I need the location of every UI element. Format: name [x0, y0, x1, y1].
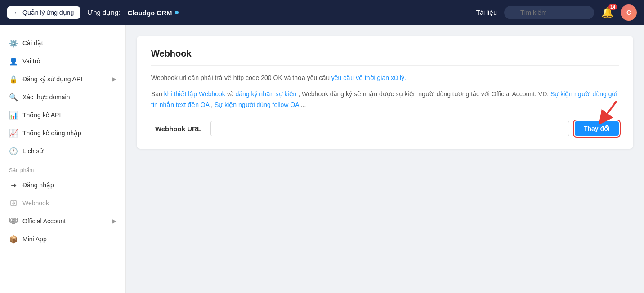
sidebar-item-xac-thuc-domain[interactable]: 🔍 Xác thực domain	[0, 88, 125, 106]
svg-rect-2	[11, 219, 13, 222]
app-title: Ứng dụng: Cloudgo CRM	[87, 9, 469, 17]
app-prefix: Ứng dụng:	[87, 9, 120, 17]
desc2-mid3: ,	[211, 101, 215, 108]
sidebar-label-dang-nhap: Đăng nhập	[22, 182, 54, 189]
webhook-url-input[interactable]	[210, 121, 569, 136]
sidebar-item-dang-nhap[interactable]: ➜ Đăng nhập	[0, 176, 125, 194]
sidebar-label-thong-ke-api: Thống kê API	[22, 111, 61, 119]
sidebar-item-official-account[interactable]: Official Account ▶	[0, 212, 125, 230]
desc2-link2[interactable]: đăng ký nhận sự kiện	[235, 90, 296, 98]
webhook-url-row: Webhook URL Thay đổi	[151, 121, 619, 136]
avatar[interactable]: C	[621, 4, 637, 21]
api-stats-icon: 📊	[9, 111, 18, 120]
webhook-icon	[9, 199, 18, 208]
sidebar-item-mini-app[interactable]: 📦 Mini App	[0, 230, 125, 248]
sidebar-label-xac-thuc: Xác thực domain	[22, 93, 70, 101]
card-desc-2: Sau khi thiết lập Webhook và đăng ký nhậ…	[151, 89, 619, 111]
card-title: Webhook	[151, 49, 619, 66]
sidebar-label-thong-ke-dang-nhap: Thống kê đăng nhập	[22, 129, 81, 137]
desc2-link4[interactable]: Sự kiện người dùng follow OA	[215, 101, 299, 108]
login-stats-icon: 📈	[9, 129, 18, 138]
section2-label: Sản phẩm	[0, 160, 125, 176]
sidebar-item-thong-ke-dang-nhap[interactable]: 📈 Thống kê đăng nhập	[0, 124, 125, 142]
desc2-end: ...	[301, 101, 306, 108]
chevron-right-icon: ▶	[112, 76, 116, 82]
svg-rect-3	[13, 219, 16, 220]
sidebar-label-webhook: Webhook	[22, 200, 49, 207]
sidebar-label-lich-su: Lịch sử	[22, 147, 43, 155]
desc1-link[interactable]: yêu cầu về thời gian xử lý.	[331, 74, 406, 81]
sidebar-item-webhook[interactable]: Webhook	[0, 194, 125, 212]
sidebar-item-vai-tro[interactable]: 👤 Vai trò	[0, 52, 125, 70]
back-label: Quản lý ứng dụng	[22, 9, 74, 16]
search-input[interactable]	[504, 6, 594, 19]
webhook-card: Webhook Webhook url cần phải trả về http…	[137, 36, 633, 149]
tai-lieu-link[interactable]: Tài liệu	[476, 9, 497, 16]
desc2-mid2: , Webhook đăng ký sẽ nhận được sự kiện n…	[298, 90, 550, 98]
back-button[interactable]: ← Quản lý ứng dụng	[7, 6, 80, 19]
navbar: ← Quản lý ứng dụng Ứng dụng: Cloudgo CRM…	[0, 0, 644, 25]
history-icon: 🕐	[9, 146, 18, 155]
sidebar-label-vai-tro: Vai trò	[22, 58, 40, 65]
sidebar-item-thong-ke-api[interactable]: 📊 Thống kê API	[0, 106, 125, 124]
chevron-right-icon-2: ▶	[112, 218, 116, 224]
role-icon: 👤	[9, 57, 18, 66]
sidebar-label-mini-app: Mini App	[22, 235, 47, 243]
desc2-mid1: và	[227, 90, 236, 98]
thay-doi-button[interactable]: Thay đổi	[575, 121, 619, 136]
sidebar-label-official-account: Official Account	[22, 218, 66, 225]
notification-badge: 14	[608, 4, 617, 10]
desc2-pre: Sau	[151, 90, 164, 98]
layout: ⚙️ Cài đặt 👤 Vai trò 🔒 Đăng ký sử dụng A…	[0, 25, 644, 293]
sidebar-label-dang-ky-api: Đăng ký sử dụng API	[22, 75, 82, 83]
back-icon: ←	[13, 9, 20, 16]
sidebar-item-dang-ky-api[interactable]: 🔒 Đăng ký sử dụng API ▶	[0, 70, 125, 88]
mini-app-icon: 📦	[9, 235, 18, 244]
svg-rect-4	[13, 221, 16, 222]
avatar-initials: C	[626, 9, 631, 16]
settings-icon: ⚙️	[9, 39, 18, 48]
sidebar-item-cai-dat[interactable]: ⚙️ Cài đặt	[0, 34, 125, 52]
desc2-link1[interactable]: khi thiết lập Webhook	[164, 90, 225, 98]
webhook-url-label: Webhook URL	[151, 125, 205, 133]
sidebar-item-lich-su[interactable]: 🕐 Lịch sử	[0, 142, 125, 160]
status-dot	[175, 11, 179, 14]
sidebar: ⚙️ Cài đặt 👤 Vai trò 🔒 Đăng ký sử dụng A…	[0, 25, 126, 293]
card-desc-1: Webhook url cần phải trả về http code 20…	[151, 73, 619, 84]
official-account-icon	[9, 217, 18, 226]
btn-wrapper: Thay đổi	[575, 121, 619, 136]
app-name: Cloudgo CRM	[127, 9, 172, 17]
desc1-text: Webhook url cần phải trả về http code 20…	[151, 74, 331, 81]
notification-bell[interactable]: 🔔 14	[601, 7, 613, 18]
domain-icon: 🔍	[9, 93, 18, 102]
login-icon: ➜	[9, 181, 18, 190]
sidebar-label-cai-dat: Cài đặt	[22, 40, 43, 47]
api-icon: 🔒	[9, 75, 18, 84]
main-content: Webhook Webhook url cần phải trả về http…	[126, 25, 644, 293]
search-wrapper: 🔍	[504, 6, 594, 19]
